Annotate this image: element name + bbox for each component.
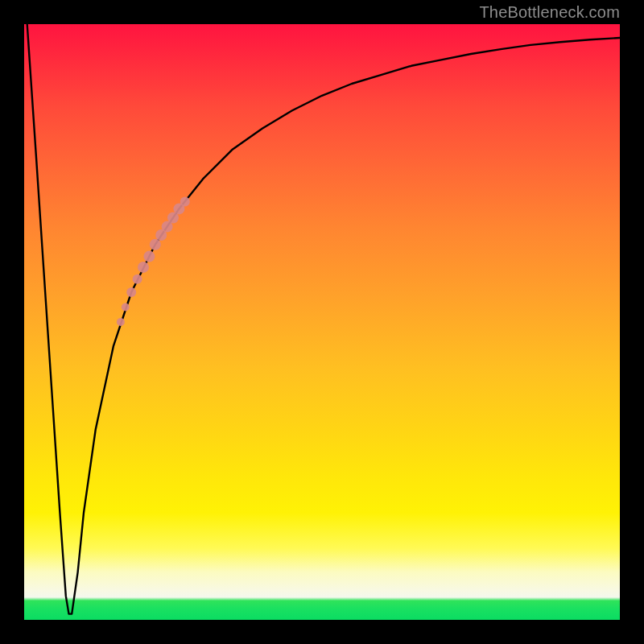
data-marker xyxy=(126,287,136,297)
chart-frame: TheBottleneck.com xyxy=(0,0,644,644)
watermark-text: TheBottleneck.com xyxy=(479,3,620,22)
chart-svg xyxy=(24,24,620,620)
data-marker xyxy=(122,303,130,312)
marker-group xyxy=(117,197,190,327)
data-marker xyxy=(143,251,155,262)
data-marker xyxy=(180,197,190,207)
data-marker xyxy=(150,239,161,250)
bottleneck-curve xyxy=(27,24,620,614)
data-marker xyxy=(133,275,142,284)
data-marker xyxy=(117,318,125,326)
data-marker xyxy=(138,262,149,273)
plot-area xyxy=(24,24,620,620)
